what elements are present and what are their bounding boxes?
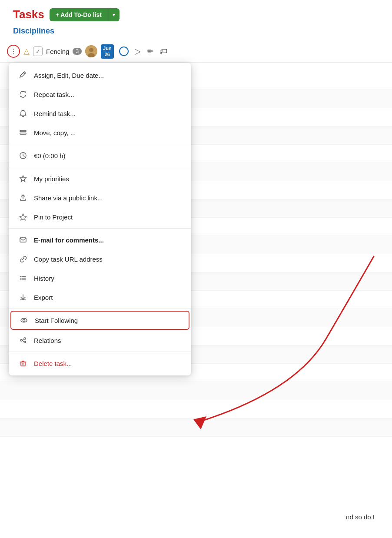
menu-item-label: E-mail for comments... — [34, 236, 104, 244]
menu-item-relations[interactable]: Relations — [9, 331, 191, 350]
menu-item-label: Remind task... — [34, 110, 76, 117]
menu-item-follow[interactable]: Start Following — [10, 311, 189, 330]
svg-rect-5 — [20, 133, 26, 134]
menu-divider — [9, 167, 191, 167]
svg-rect-8 — [20, 238, 26, 242]
add-todo-button[interactable]: + Add To-Do list — [50, 8, 108, 21]
menu-item-pin[interactable]: Pin to Project — [9, 207, 191, 226]
clock-icon — [18, 151, 28, 160]
menu-item-repeat[interactable]: Repeat task... — [9, 85, 191, 104]
date-badge: Jun 26 — [101, 44, 114, 59]
menu-item-label: Pin to Project — [34, 213, 73, 221]
menu-item-label: Copy task URL address — [34, 256, 103, 263]
header: Tasks + Add To-Do list ▾ — [0, 0, 392, 25]
menu-item-label: Delete task... — [34, 360, 72, 367]
menu-item-label: Export — [34, 294, 53, 301]
star-icon — [18, 174, 28, 183]
menu-item-label: Repeat task... — [34, 91, 74, 98]
menu-item-export[interactable]: Export — [9, 288, 191, 307]
menu-item-move[interactable]: Move, copy, ... — [9, 123, 191, 142]
menu-item-label: Share via a public link... — [34, 194, 103, 202]
task-count-badge: 3 — [73, 48, 82, 55]
move-icon — [18, 128, 28, 137]
svg-rect-23 — [21, 362, 25, 366]
toolbar-icons: ▷ ✏ 🏷 — [119, 46, 167, 56]
check-icon: ✓ — [36, 48, 40, 55]
email-icon — [18, 235, 28, 245]
svg-point-18 — [20, 339, 22, 341]
menu-item-history[interactable]: History — [9, 269, 191, 288]
page-title: Tasks — [13, 8, 44, 21]
avatar — [85, 45, 97, 57]
tag-icon[interactable]: 🏷 — [159, 47, 167, 56]
menu-item-remind[interactable]: Remind task... — [9, 104, 191, 123]
play-icon[interactable]: ▷ — [135, 46, 141, 56]
share-icon — [18, 193, 28, 203]
bell-icon — [18, 109, 28, 118]
menu-item-priorities[interactable]: My priorities — [9, 169, 191, 188]
menu-divider — [9, 228, 191, 229]
sub-header-title: Disciplines — [13, 27, 54, 35]
page-container: Tasks + Add To-Do list ▾ Disciplines ⋮ △… — [0, 0, 392, 538]
date-month: Jun — [103, 45, 112, 51]
relations-icon — [18, 335, 28, 345]
task-checkbox[interactable]: ✓ — [33, 46, 43, 56]
svg-point-20 — [24, 341, 26, 343]
menu-item-delete[interactable]: Delete task... — [9, 354, 191, 373]
svg-line-21 — [22, 339, 24, 340]
add-todo-button-group[interactable]: + Add To-Do list ▾ — [50, 8, 120, 21]
svg-marker-7 — [20, 176, 26, 182]
menu-divider — [9, 144, 191, 144]
warning-icon[interactable]: △ — [23, 46, 30, 56]
svg-point-1 — [89, 48, 93, 52]
trash-icon — [18, 359, 28, 368]
pin-icon — [18, 212, 28, 222]
menu-item-label: My priorities — [34, 175, 69, 183]
context-menu: Assign, Edit, Due date...Repeat task...R… — [9, 63, 191, 375]
add-todo-dropdown[interactable]: ▾ — [108, 8, 120, 21]
menu-divider — [9, 352, 191, 352]
eye-icon — [19, 315, 29, 325]
task-name: Fencing — [46, 48, 69, 55]
menu-item-cost[interactable]: €0 (0:00 h) — [9, 146, 191, 165]
svg-point-17 — [23, 319, 25, 322]
edit-icon[interactable]: ✏ — [147, 46, 153, 56]
toolbar-row: ⋮ △ ✓ Fencing 3 Jun 26 ▷ ✏ 🏷 — [0, 41, 392, 63]
svg-point-19 — [24, 338, 26, 339]
menu-item-label: Start Following — [35, 317, 78, 324]
menu-item-assign[interactable]: Assign, Edit, Due date... — [9, 66, 191, 85]
menu-item-label: Assign, Edit, Due date... — [34, 72, 104, 79]
menu-item-label: Move, copy, ... — [34, 129, 76, 136]
menu-item-email[interactable]: E-mail for comments... — [9, 230, 191, 249]
menu-item-copy-url[interactable]: Copy task URL address — [9, 249, 191, 269]
menu-item-label: Relations — [34, 337, 61, 344]
menu-divider — [9, 309, 191, 309]
pencil-icon — [18, 70, 28, 80]
menu-item-share[interactable]: Share via a public link... — [9, 188, 191, 207]
list-icon — [18, 273, 28, 283]
svg-line-22 — [22, 340, 24, 342]
bottom-text: nd so do I — [346, 513, 375, 521]
svg-rect-4 — [20, 130, 26, 132]
repeat-icon — [18, 90, 28, 99]
three-dots-icon: ⋮ — [10, 47, 17, 56]
menu-item-label: €0 (0:00 h) — [34, 152, 66, 159]
link-icon — [18, 254, 28, 264]
sub-header: Disciplines — [0, 25, 392, 41]
menu-item-label: History — [34, 275, 54, 282]
export-icon — [18, 292, 28, 302]
date-day: 26 — [103, 51, 112, 57]
progress-circle[interactable] — [119, 46, 129, 56]
three-dots-button[interactable]: ⋮ — [7, 45, 20, 58]
